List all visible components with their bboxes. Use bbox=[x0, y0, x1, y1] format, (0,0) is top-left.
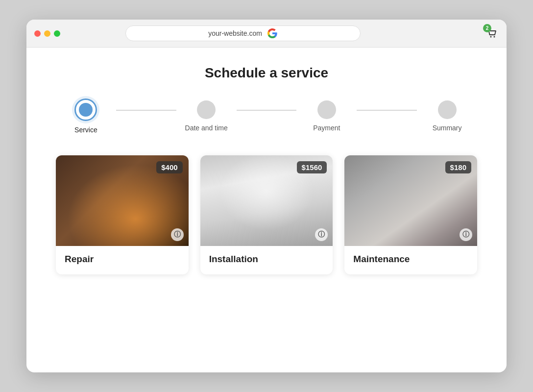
repair-price-badge: $400 bbox=[156, 161, 182, 173]
cart-badge: 2 bbox=[483, 24, 491, 32]
maintenance-price-badge: $180 bbox=[445, 161, 471, 173]
installation-price-badge: $1560 bbox=[297, 161, 327, 173]
google-logo-icon bbox=[267, 28, 278, 39]
card-image-repair: $400 ⓘ bbox=[56, 155, 189, 246]
svg-point-1 bbox=[494, 36, 495, 38]
installation-card-title: Installation bbox=[209, 254, 258, 264]
svg-point-0 bbox=[490, 36, 492, 38]
step-label-service: Service bbox=[74, 126, 97, 134]
repair-card-body: Repair bbox=[56, 246, 189, 274]
step-label-summary: Summary bbox=[433, 124, 462, 132]
cart-area[interactable]: 2 bbox=[485, 26, 499, 40]
page-content: Schedule a service Service Date and time… bbox=[26, 48, 507, 299]
step-circle-date-time bbox=[197, 100, 216, 119]
address-bar[interactable]: your-website.com bbox=[125, 25, 361, 41]
step-payment[interactable]: Payment bbox=[296, 98, 357, 132]
url-text: your-website.com bbox=[208, 29, 262, 37]
maintenance-card-body: Maintenance bbox=[344, 246, 477, 274]
step-label-date-time: Date and time bbox=[185, 124, 228, 132]
service-card-maintenance[interactable]: $180 ⓘ Maintenance bbox=[344, 155, 477, 274]
page-title: Schedule a service bbox=[56, 65, 477, 81]
step-circle-service bbox=[74, 98, 97, 121]
step-date-time[interactable]: Date and time bbox=[176, 98, 237, 132]
browser-window: your-website.com 2 Schedule a service bbox=[26, 20, 507, 372]
step-circle-summary bbox=[438, 100, 457, 119]
step-summary[interactable]: Summary bbox=[417, 98, 477, 132]
minimize-button[interactable] bbox=[44, 30, 50, 37]
maintenance-info-icon[interactable]: ⓘ bbox=[460, 228, 472, 241]
step-connector-2 bbox=[237, 110, 297, 111]
step-service[interactable]: Service bbox=[56, 98, 116, 134]
card-image-maintenance: $180 ⓘ bbox=[344, 155, 477, 246]
service-card-installation[interactable]: $1560 ⓘ Installation bbox=[200, 155, 333, 274]
stepper: Service Date and time Payment Summary bbox=[56, 98, 477, 134]
maintenance-card-title: Maintenance bbox=[353, 254, 410, 264]
repair-info-icon[interactable]: ⓘ bbox=[171, 228, 184, 241]
close-button[interactable] bbox=[34, 30, 41, 37]
traffic-lights bbox=[34, 30, 60, 37]
service-card-repair[interactable]: $400 ⓘ Repair bbox=[56, 155, 189, 274]
service-cards-grid: $400 ⓘ Repair $1560 ⓘ Installation bbox=[56, 155, 477, 274]
card-image-installation: $1560 ⓘ bbox=[200, 155, 333, 246]
installation-card-body: Installation bbox=[200, 246, 333, 274]
step-connector-1 bbox=[116, 110, 176, 111]
browser-chrome: your-website.com 2 bbox=[26, 20, 507, 48]
repair-card-title: Repair bbox=[65, 254, 94, 264]
step-label-payment: Payment bbox=[313, 124, 340, 132]
maximize-button[interactable] bbox=[54, 30, 60, 37]
step-circle-payment bbox=[317, 100, 336, 119]
step-connector-3 bbox=[357, 110, 417, 111]
